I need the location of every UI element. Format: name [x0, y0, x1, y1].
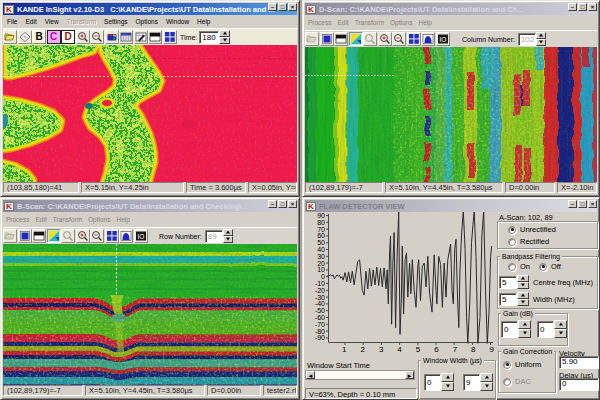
svg-text:IO: IO — [137, 233, 144, 240]
svg-text:IO: IO — [439, 36, 446, 43]
svg-text:-90: -90 — [315, 334, 325, 341]
